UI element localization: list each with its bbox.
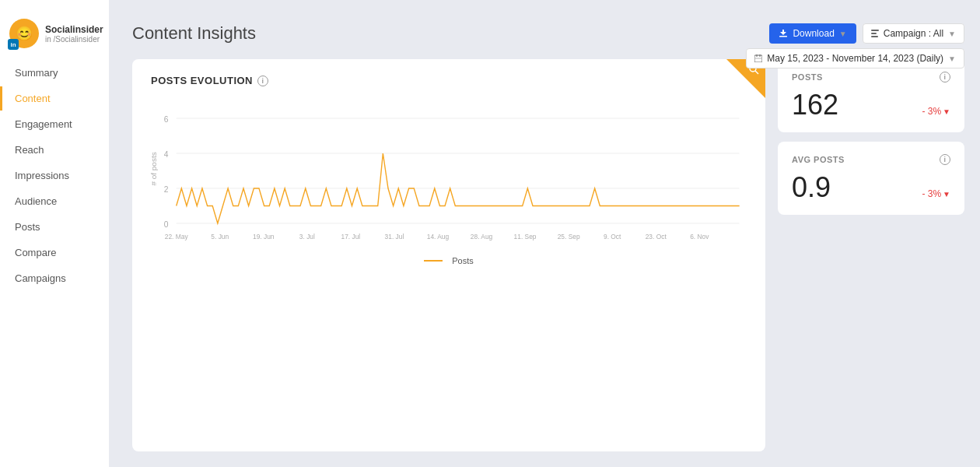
- svg-text:17. Jul: 17. Jul: [341, 233, 361, 241]
- posts-stat-label: POSTS i: [792, 72, 950, 83]
- svg-text:5. Jun: 5. Jun: [211, 233, 229, 241]
- svg-text:3. Jul: 3. Jul: [299, 233, 315, 241]
- chart-card: POSTS EVOLUTION i 0 2 4 6 # of posts: [132, 59, 765, 451]
- sidebar-nav: Summary Content Engagement Reach Impress…: [0, 61, 109, 290]
- download-chevron: ▼: [839, 30, 847, 38]
- legend-line: [424, 260, 443, 262]
- svg-text:4: 4: [164, 149, 169, 159]
- svg-rect-2: [871, 33, 877, 34]
- profile-handle: in /Socialinsider: [45, 35, 103, 44]
- sidebar-item-engagement[interactable]: Engagement: [0, 112, 109, 136]
- profile-name: Socialinsider: [45, 24, 103, 35]
- sidebar-item-audience[interactable]: Audience: [0, 189, 109, 213]
- date-chevron: ▼: [948, 54, 956, 63]
- topbar-top-row: Download ▼ Campaign : All ▼: [769, 23, 964, 44]
- sidebar-item-summary[interactable]: Summary: [0, 61, 109, 85]
- campaign-icon: [871, 30, 879, 37]
- linkedin-badge: in: [8, 39, 19, 50]
- campaign-chevron: ▼: [948, 30, 956, 38]
- profile-info: Socialinsider in /Socialinsider: [45, 24, 103, 44]
- download-button[interactable]: Download ▼: [769, 23, 856, 44]
- svg-text:25. Sep: 25. Sep: [558, 233, 580, 241]
- sidebar-item-posts[interactable]: Posts: [0, 215, 109, 239]
- content-row: POSTS EVOLUTION i 0 2 4 6 # of posts: [132, 59, 964, 451]
- campaign-dropdown[interactable]: Campaign : All ▼: [863, 23, 964, 44]
- avg-posts-info-icon: i: [940, 154, 950, 165]
- avg-posts-stat-label: AVG POSTS i: [792, 154, 950, 165]
- svg-text:9. Oct: 9. Oct: [604, 233, 621, 241]
- svg-text:11. Sep: 11. Sep: [514, 233, 537, 241]
- posts-stat-change: - 3% ▼: [922, 106, 950, 117]
- date-range-button[interactable]: May 15, 2023 - November 14, 2023 (Daily)…: [746, 48, 964, 68]
- posts-stat-card: POSTS i 162 - 3% ▼: [778, 59, 964, 132]
- download-icon: [779, 29, 788, 38]
- sidebar-item-compare[interactable]: Compare: [0, 241, 109, 265]
- avg-posts-stat-change: - 3% ▼: [922, 188, 950, 199]
- svg-text:# of posts: # of posts: [151, 152, 158, 185]
- chart-area: 0 2 4 6 # of posts 22. May 5. Jun 19. Ju…: [151, 91, 747, 250]
- topbar-date-row: May 15, 2023 - November 14, 2023 (Daily)…: [746, 48, 964, 68]
- svg-text:6: 6: [164, 114, 169, 124]
- svg-text:0: 0: [164, 219, 169, 229]
- svg-rect-0: [779, 36, 787, 37]
- svg-text:23. Oct: 23. Oct: [646, 233, 667, 241]
- svg-rect-4: [754, 55, 762, 62]
- svg-rect-3: [871, 36, 878, 37]
- svg-text:19. Jun: 19. Jun: [253, 233, 275, 241]
- topbar: Download ▼ Campaign : All ▼ May 15, 2023…: [746, 23, 964, 68]
- sidebar-item-campaigns[interactable]: Campaigns: [0, 266, 109, 290]
- chart-legend: Posts: [151, 256, 747, 265]
- svg-text:31. Jul: 31. Jul: [385, 233, 404, 241]
- avg-posts-change-arrow: ▼: [943, 190, 950, 198]
- avatar: 😊 in: [9, 19, 39, 48]
- legend-label: Posts: [452, 256, 474, 265]
- sidebar-item-impressions[interactable]: Impressions: [0, 163, 109, 188]
- profile-section: 😊 in Socialinsider in /Socialinsider: [0, 12, 109, 61]
- avg-posts-stat-card: AVG POSTS i 0.9 - 3% ▼: [778, 142, 964, 215]
- posts-stat-value: 162 - 3% ▼: [792, 89, 950, 121]
- posts-chart: 0 2 4 6 # of posts 22. May 5. Jun 19. Ju…: [151, 91, 747, 247]
- svg-rect-1: [871, 30, 879, 31]
- sidebar: 😊 in Socialinsider in /Socialinsider Sum…: [0, 0, 109, 467]
- posts-info-icon: i: [940, 72, 950, 83]
- calendar-icon: [754, 54, 762, 62]
- main-content: Content Insights POSTS EVOLUTION i 0 2 4: [109, 0, 980, 467]
- stats-column: POSTS i 162 - 3% ▼ AVG POSTS i 0.9: [778, 59, 964, 451]
- svg-text:22. May: 22. May: [165, 233, 188, 241]
- svg-text:6. Nov: 6. Nov: [690, 233, 709, 241]
- posts-change-arrow: ▼: [943, 107, 950, 116]
- svg-text:14. Aug: 14. Aug: [427, 233, 450, 241]
- avg-posts-stat-value: 0.9 - 3% ▼: [792, 171, 950, 204]
- chart-title: POSTS EVOLUTION i: [151, 75, 747, 86]
- sidebar-item-reach[interactable]: Reach: [0, 138, 109, 162]
- svg-line-9: [755, 71, 758, 74]
- chart-info-icon: i: [257, 75, 268, 86]
- sidebar-item-content[interactable]: Content: [0, 86, 109, 111]
- svg-text:28. Aug: 28. Aug: [471, 233, 493, 241]
- svg-text:2: 2: [164, 184, 169, 194]
